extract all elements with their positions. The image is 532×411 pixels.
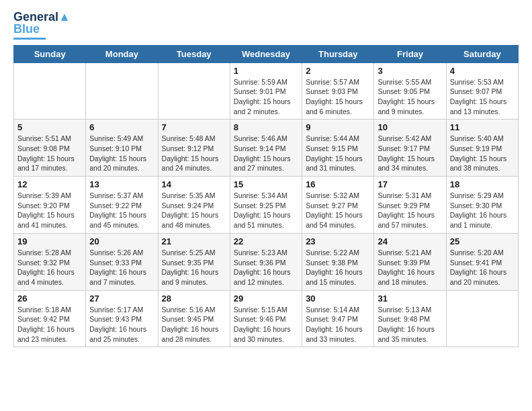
day-info: Sunrise: 5:22 AM Sunset: 9:38 PM Dayligh…: [306, 248, 370, 287]
day-info: Sunrise: 5:15 AM Sunset: 9:46 PM Dayligh…: [234, 305, 298, 345]
calendar-cell: 8Sunrise: 5:46 AM Sunset: 9:14 PM Daylig…: [230, 120, 302, 177]
day-info: Sunrise: 5:23 AM Sunset: 9:36 PM Dayligh…: [234, 248, 298, 287]
calendar-cell: 26Sunrise: 5:18 AM Sunset: 9:42 PM Dayli…: [14, 290, 86, 347]
day-of-week-header: Tuesday: [158, 45, 230, 62]
day-number: 20: [89, 236, 154, 246]
day-number: 14: [162, 179, 226, 189]
day-of-week-header: Sunday: [14, 45, 86, 62]
calendar-cell: 21Sunrise: 5:25 AM Sunset: 9:35 PM Dayli…: [158, 233, 230, 290]
day-info: Sunrise: 5:28 AM Sunset: 9:32 PM Dayligh…: [17, 248, 82, 287]
day-number: 15: [234, 179, 298, 189]
calendar-cell: 22Sunrise: 5:23 AM Sunset: 9:36 PM Dayli…: [230, 233, 302, 290]
day-of-week-header: Wednesday: [230, 45, 302, 62]
calendar-cell: [86, 62, 158, 120]
day-number: 16: [306, 179, 370, 189]
calendar-cell: 17Sunrise: 5:31 AM Sunset: 9:29 PM Dayli…: [374, 177, 446, 234]
day-info: Sunrise: 5:49 AM Sunset: 9:10 PM Dayligh…: [89, 134, 154, 173]
day-of-week-header: Monday: [86, 45, 158, 62]
day-info: Sunrise: 5:37 AM Sunset: 9:22 PM Dayligh…: [89, 191, 154, 230]
calendar-table: SundayMondayTuesdayWednesdayThursdayFrid…: [13, 45, 519, 348]
page: General▲ Blue SundayMondayTuesdayWednesd…: [0, 0, 532, 358]
day-info: Sunrise: 5:21 AM Sunset: 9:39 PM Dayligh…: [378, 248, 442, 287]
day-number: 29: [234, 293, 298, 304]
day-info: Sunrise: 5:46 AM Sunset: 9:14 PM Dayligh…: [234, 134, 298, 173]
calendar-cell: 13Sunrise: 5:37 AM Sunset: 9:22 PM Dayli…: [86, 177, 158, 234]
calendar-week-row: 19Sunrise: 5:28 AM Sunset: 9:32 PM Dayli…: [14, 233, 519, 290]
day-number: 2: [306, 66, 370, 76]
calendar-cell: 7Sunrise: 5:48 AM Sunset: 9:12 PM Daylig…: [158, 120, 230, 177]
header: General▲ Blue: [13, 11, 519, 40]
day-info: Sunrise: 5:35 AM Sunset: 9:24 PM Dayligh…: [162, 191, 226, 230]
day-of-week-header: Friday: [374, 45, 446, 62]
calendar-cell: 23Sunrise: 5:22 AM Sunset: 9:38 PM Dayli…: [302, 233, 374, 290]
calendar-cell: 14Sunrise: 5:35 AM Sunset: 9:24 PM Dayli…: [158, 177, 230, 234]
calendar-cell: 6Sunrise: 5:49 AM Sunset: 9:10 PM Daylig…: [86, 120, 158, 177]
logo: General▲ Blue: [13, 11, 71, 40]
day-number: 11: [450, 122, 515, 132]
day-info: Sunrise: 5:53 AM Sunset: 9:07 PM Dayligh…: [450, 77, 515, 117]
day-number: 19: [17, 236, 82, 246]
calendar-header-row: SundayMondayTuesdayWednesdayThursdayFrid…: [14, 45, 519, 62]
day-of-week-header: Saturday: [446, 45, 518, 62]
calendar-week-row: 26Sunrise: 5:18 AM Sunset: 9:42 PM Dayli…: [14, 290, 519, 347]
day-number: 18: [450, 179, 515, 189]
day-number: 28: [162, 293, 226, 304]
day-number: 17: [378, 179, 442, 189]
day-number: 26: [17, 293, 82, 304]
calendar-cell: 16Sunrise: 5:32 AM Sunset: 9:27 PM Dayli…: [302, 177, 374, 234]
day-info: Sunrise: 5:51 AM Sunset: 9:08 PM Dayligh…: [17, 134, 82, 173]
calendar-cell: 15Sunrise: 5:34 AM Sunset: 9:25 PM Dayli…: [230, 177, 302, 234]
logo-text2: Blue: [13, 23, 40, 36]
calendar-cell: 9Sunrise: 5:44 AM Sunset: 9:15 PM Daylig…: [302, 120, 374, 177]
calendar-cell: 28Sunrise: 5:16 AM Sunset: 9:45 PM Dayli…: [158, 290, 230, 347]
calendar-cell: 18Sunrise: 5:29 AM Sunset: 9:30 PM Dayli…: [446, 177, 518, 234]
day-info: Sunrise: 5:44 AM Sunset: 9:15 PM Dayligh…: [306, 134, 370, 173]
calendar-cell: [158, 62, 230, 120]
day-number: 27: [89, 293, 154, 304]
calendar-week-row: 12Sunrise: 5:39 AM Sunset: 9:20 PM Dayli…: [14, 177, 519, 234]
day-info: Sunrise: 5:18 AM Sunset: 9:42 PM Dayligh…: [17, 305, 82, 345]
day-number: 31: [378, 293, 442, 304]
day-info: Sunrise: 5:42 AM Sunset: 9:17 PM Dayligh…: [378, 134, 442, 173]
day-info: Sunrise: 5:17 AM Sunset: 9:43 PM Dayligh…: [89, 305, 154, 345]
day-info: Sunrise: 5:26 AM Sunset: 9:33 PM Dayligh…: [89, 248, 154, 287]
day-number: 4: [450, 66, 515, 76]
day-number: 6: [89, 122, 154, 132]
day-info: Sunrise: 5:39 AM Sunset: 9:20 PM Dayligh…: [17, 191, 82, 230]
day-info: Sunrise: 5:55 AM Sunset: 9:05 PM Dayligh…: [378, 77, 442, 117]
day-number: 30: [306, 293, 370, 304]
day-info: Sunrise: 5:16 AM Sunset: 9:45 PM Dayligh…: [162, 305, 226, 345]
day-info: Sunrise: 5:14 AM Sunset: 9:47 PM Dayligh…: [306, 305, 370, 345]
logo-line: [13, 38, 46, 40]
day-number: 21: [162, 236, 226, 246]
day-info: Sunrise: 5:13 AM Sunset: 9:48 PM Dayligh…: [378, 305, 442, 345]
day-info: Sunrise: 5:20 AM Sunset: 9:41 PM Dayligh…: [450, 248, 515, 287]
day-info: Sunrise: 5:34 AM Sunset: 9:25 PM Dayligh…: [234, 191, 298, 230]
calendar-cell: 29Sunrise: 5:15 AM Sunset: 9:46 PM Dayli…: [230, 290, 302, 347]
calendar-cell: 19Sunrise: 5:28 AM Sunset: 9:32 PM Dayli…: [14, 233, 86, 290]
day-info: Sunrise: 5:48 AM Sunset: 9:12 PM Dayligh…: [162, 134, 226, 173]
calendar-cell: 30Sunrise: 5:14 AM Sunset: 9:47 PM Dayli…: [302, 290, 374, 347]
calendar-cell: 1Sunrise: 5:59 AM Sunset: 9:01 PM Daylig…: [230, 62, 302, 120]
day-number: 7: [162, 122, 226, 132]
calendar-cell: 2Sunrise: 5:57 AM Sunset: 9:03 PM Daylig…: [302, 62, 374, 120]
day-of-week-header: Thursday: [302, 45, 374, 62]
day-info: Sunrise: 5:40 AM Sunset: 9:19 PM Dayligh…: [450, 134, 515, 173]
day-number: 10: [378, 122, 442, 132]
calendar-cell: [14, 62, 86, 120]
calendar-cell: 31Sunrise: 5:13 AM Sunset: 9:48 PM Dayli…: [374, 290, 446, 347]
calendar-cell: 25Sunrise: 5:20 AM Sunset: 9:41 PM Dayli…: [446, 233, 518, 290]
day-info: Sunrise: 5:31 AM Sunset: 9:29 PM Dayligh…: [378, 191, 442, 230]
calendar-week-row: 1Sunrise: 5:59 AM Sunset: 9:01 PM Daylig…: [14, 62, 519, 120]
day-info: Sunrise: 5:59 AM Sunset: 9:01 PM Dayligh…: [234, 77, 298, 117]
day-number: 5: [17, 122, 82, 132]
day-number: 22: [234, 236, 298, 246]
day-number: 1: [234, 66, 298, 76]
day-info: Sunrise: 5:25 AM Sunset: 9:35 PM Dayligh…: [162, 248, 226, 287]
day-number: 3: [378, 66, 442, 76]
calendar-cell: 12Sunrise: 5:39 AM Sunset: 9:20 PM Dayli…: [14, 177, 86, 234]
calendar-cell: 5Sunrise: 5:51 AM Sunset: 9:08 PM Daylig…: [14, 120, 86, 177]
calendar-cell: 11Sunrise: 5:40 AM Sunset: 9:19 PM Dayli…: [446, 120, 518, 177]
calendar-cell: 3Sunrise: 5:55 AM Sunset: 9:05 PM Daylig…: [374, 62, 446, 120]
day-number: 23: [306, 236, 370, 246]
